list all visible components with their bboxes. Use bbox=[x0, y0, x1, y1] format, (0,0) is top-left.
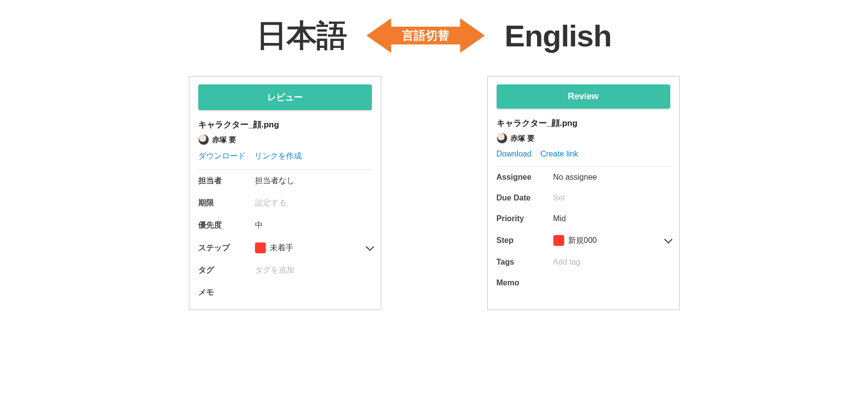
priority-row[interactable]: 優先度 中 bbox=[198, 214, 372, 237]
priority-row[interactable]: Priority Mid bbox=[497, 208, 670, 229]
step-color-swatch bbox=[255, 242, 266, 253]
chevron-down-icon bbox=[365, 242, 374, 251]
due-date-row[interactable]: 期限 設定する bbox=[198, 192, 372, 214]
review-button[interactable]: レビュー bbox=[198, 84, 372, 110]
priority-label: 優先度 bbox=[198, 220, 255, 231]
japanese-title: 日本語 bbox=[256, 15, 347, 56]
tags-label: Tags bbox=[497, 258, 553, 267]
memo-label: メモ bbox=[198, 287, 255, 298]
language-switch-arrow: 言語切替 bbox=[366, 16, 485, 55]
step-label: ステップ bbox=[198, 243, 255, 253]
link-row: Download Create link bbox=[497, 150, 670, 167]
step-row[interactable]: ステップ 未着手 bbox=[198, 237, 372, 259]
memo-label: Memo bbox=[497, 278, 553, 287]
owner-row: 赤塚 要 bbox=[497, 133, 670, 144]
assignee-value: No assignee bbox=[553, 173, 670, 182]
step-color-swatch bbox=[553, 235, 564, 246]
due-date-label: Due Date bbox=[497, 194, 553, 202]
step-label: Step bbox=[497, 236, 553, 245]
tags-row[interactable]: タグ タグを追加 bbox=[198, 259, 372, 281]
owner-name: 赤塚 要 bbox=[212, 135, 236, 145]
panel-japanese: レビュー キャラクター_顔.png 赤塚 要 ダウンロード リンクを作成 担当者… bbox=[189, 76, 381, 310]
header-row: 日本語 言語切替 English bbox=[0, 0, 868, 56]
assignee-value: 担当者なし bbox=[255, 176, 372, 186]
assignee-row[interactable]: Assignee No assignee bbox=[497, 167, 670, 188]
chevron-down-icon bbox=[664, 235, 672, 243]
english-title: English bbox=[505, 18, 612, 53]
memo-row[interactable]: Memo bbox=[497, 273, 670, 293]
priority-label: Priority bbox=[497, 214, 553, 223]
avatar bbox=[198, 134, 209, 145]
due-date-row[interactable]: Due Date Set bbox=[497, 188, 670, 208]
owner-row: 赤塚 要 bbox=[198, 134, 372, 145]
priority-value: Mid bbox=[553, 214, 670, 223]
link-row: ダウンロード リンクを作成 bbox=[198, 151, 372, 170]
assignee-label: Assignee bbox=[497, 173, 553, 182]
step-row[interactable]: Step 新規000 bbox=[497, 229, 670, 252]
tags-value: Add tag bbox=[553, 258, 670, 267]
panels-row: レビュー キャラクター_顔.png 赤塚 要 ダウンロード リンクを作成 担当者… bbox=[0, 76, 868, 310]
priority-value: 中 bbox=[255, 220, 372, 231]
step-value-wrap: 新規000 bbox=[553, 235, 670, 246]
tags-label: タグ bbox=[198, 265, 255, 276]
due-date-label: 期限 bbox=[198, 198, 255, 208]
review-button[interactable]: Review bbox=[497, 84, 670, 109]
arrow-label: 言語切替 bbox=[402, 28, 449, 43]
tags-value: タグを追加 bbox=[255, 265, 372, 276]
due-date-value: Set bbox=[553, 194, 670, 202]
avatar bbox=[497, 133, 507, 144]
filename: キャラクター_顔.png bbox=[497, 118, 670, 129]
panel-english: Review キャラクター_顔.png 赤塚 要 Download Create… bbox=[487, 76, 680, 310]
step-value: 新規000 bbox=[568, 236, 597, 246]
assignee-row[interactable]: 担当者 担当者なし bbox=[198, 170, 372, 192]
download-link[interactable]: Download bbox=[497, 150, 532, 158]
memo-row[interactable]: メモ bbox=[198, 281, 372, 304]
create-link-link[interactable]: Create link bbox=[541, 150, 578, 158]
filename: キャラクター_顔.png bbox=[198, 119, 372, 130]
step-value: 未着手 bbox=[270, 243, 293, 253]
create-link-link[interactable]: リンクを作成 bbox=[254, 151, 302, 161]
tags-row[interactable]: Tags Add tag bbox=[497, 252, 670, 273]
download-link[interactable]: ダウンロード bbox=[198, 151, 246, 161]
owner-name: 赤塚 要 bbox=[510, 134, 535, 143]
assignee-label: 担当者 bbox=[198, 176, 255, 186]
step-value-wrap: 未着手 bbox=[255, 242, 372, 253]
due-date-value: 設定する bbox=[255, 198, 372, 208]
